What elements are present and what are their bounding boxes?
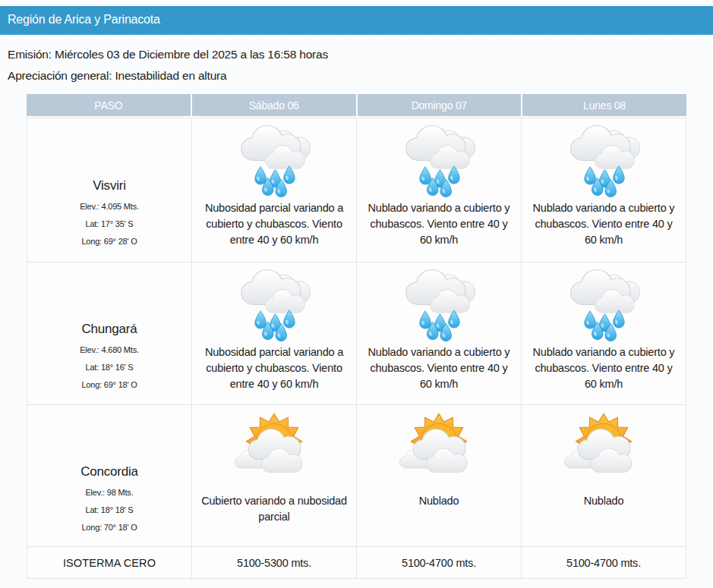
station-info: Visviri Elev.: 4.095 Mts. Lat: 17° 35' S… xyxy=(80,178,139,246)
forecast-cell-visviri-sabado: Nubosidad parcial variando a cubierto y … xyxy=(192,118,357,263)
forecast-text: Nublado variando a cubierto y chubascos.… xyxy=(364,200,514,248)
rain-clouds-icon xyxy=(238,125,311,198)
sun-behind-clouds-icon xyxy=(232,412,317,491)
rain-clouds-icon xyxy=(567,125,641,198)
station-elevation: Elev.: 98 Mts. xyxy=(80,488,138,497)
column-header-paso: PASO xyxy=(27,94,191,116)
station-latitude: Lat: 18° 16' S xyxy=(80,363,139,372)
forecast-text: Nubosidad parcial variando a cubierto y … xyxy=(199,344,349,392)
forecast-meta: Emisión: Miércoles 03 de Diciembre del 2… xyxy=(8,48,713,83)
station-cell-concordia: Concordia Elev.: 98 Mts. Lat: 18° 18' S … xyxy=(27,405,192,547)
region-header-bar: Región de Arica y Parinacota xyxy=(0,6,713,35)
forecast-cell-visviri-lunes: Nublado variando a cubierto y chubascos.… xyxy=(522,118,686,263)
column-header-sabado: Sábado 06 xyxy=(192,94,356,116)
station-name: Visviri xyxy=(80,178,139,193)
forecast-cell-concordia-domingo: Nublado xyxy=(357,405,522,547)
forecast-cell-concordia-sabado: Cubierto variando a nubosidad parcial xyxy=(192,405,357,547)
forecast-cell-chungara-sabado: Nubosidad parcial variando a cubierto y … xyxy=(192,263,357,405)
table-header-row: PASO Sábado 06 Domingo 07 Lunes 08 xyxy=(27,94,686,116)
station-info: Concordia Elev.: 98 Mts. Lat: 18° 18' S … xyxy=(80,464,138,532)
forecast-cell-chungara-domingo: Nublado variando a cubierto y chubascos.… xyxy=(357,263,522,405)
forecast-text: Nublado variando a cubierto y chubascos.… xyxy=(528,344,679,392)
forecast-table: PASO Sábado 06 Domingo 07 Lunes 08 Visvi… xyxy=(27,94,686,579)
station-name: Concordia xyxy=(80,464,138,480)
rain-clouds-icon xyxy=(402,125,476,198)
forecast-text: Nublado xyxy=(419,493,459,509)
rain-clouds-icon xyxy=(567,269,641,342)
column-header-lunes: Lunes 08 xyxy=(522,94,686,116)
forecast-cell-chungara-lunes: Nublado variando a cubierto y chubascos.… xyxy=(522,263,686,405)
forecast-text: Nublado xyxy=(584,493,624,509)
station-latitude: Lat: 18° 18' S xyxy=(80,505,138,514)
sun-behind-clouds-icon xyxy=(561,412,646,491)
station-latitude: Lat: 17° 35' S xyxy=(80,219,139,228)
station-longitude: Long: 69° 28' O xyxy=(80,237,139,246)
sun-behind-clouds-icon xyxy=(396,412,481,491)
region-title: Región de Arica y Parinacota xyxy=(8,13,160,27)
forecast-text: Nublado variando a cubierto y chubascos.… xyxy=(364,344,514,392)
station-cell-chungara: Chungará Elev.: 4.680 Mts. Lat: 18° 16' … xyxy=(27,263,192,405)
rain-clouds-icon xyxy=(402,269,476,342)
forecast-text: Nublado variando a cubierto y chubascos.… xyxy=(528,200,679,248)
station-longitude: Long: 70° 18' O xyxy=(80,523,138,532)
isoterma-value-lunes: 5100-4700 mts. xyxy=(522,547,686,579)
column-header-domingo: Domingo 07 xyxy=(358,94,522,116)
isoterma-value-sabado: 5100-5300 mts. xyxy=(192,547,357,579)
isoterma-value-domingo: 5100-4700 mts. xyxy=(357,547,522,579)
station-name: Chungará xyxy=(80,322,139,337)
station-elevation: Elev.: 4.095 Mts. xyxy=(80,202,139,211)
station-longitude: Long: 69° 18' O xyxy=(80,380,139,389)
emission-line: Emisión: Miércoles 03 de Diciembre del 2… xyxy=(8,48,713,61)
rain-clouds-icon xyxy=(238,269,311,342)
forecast-cell-concordia-lunes: Nublado xyxy=(522,405,686,547)
isoterma-label-cell: ISOTERMA CERO xyxy=(27,547,192,579)
forecast-text: Nubosidad parcial variando a cubierto y … xyxy=(199,200,349,248)
forecast-text: Cubierto variando a nubosidad parcial xyxy=(199,493,349,525)
station-elevation: Elev.: 4.680 Mts. xyxy=(80,345,139,354)
station-cell-visviri: Visviri Elev.: 4.095 Mts. Lat: 17° 35' S… xyxy=(27,118,192,263)
table-body: Visviri Elev.: 4.095 Mts. Lat: 17° 35' S… xyxy=(27,118,686,579)
appreciation-line: Apreciación general: Inestabilidad en al… xyxy=(8,69,713,83)
station-info: Chungará Elev.: 4.680 Mts. Lat: 18° 16' … xyxy=(80,322,139,389)
forecast-cell-visviri-domingo: Nublado variando a cubierto y chubascos.… xyxy=(357,118,522,263)
